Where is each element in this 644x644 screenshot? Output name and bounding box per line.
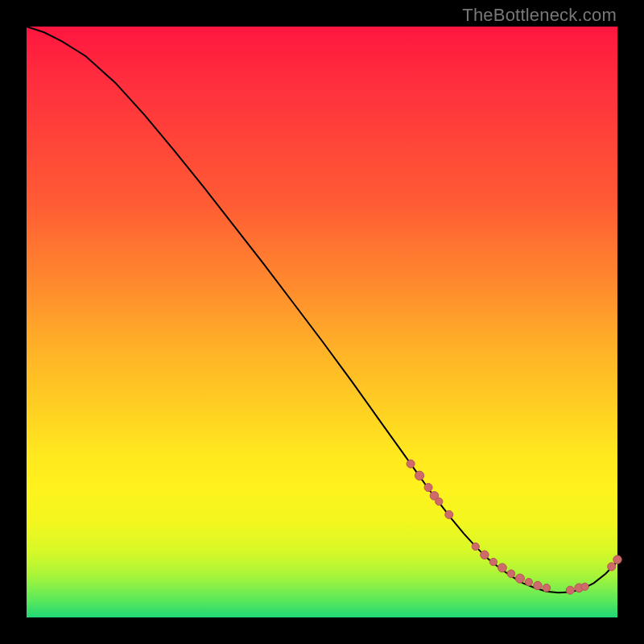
bottleneck-curve-line bbox=[27, 27, 617, 592]
curve-marker bbox=[525, 578, 532, 585]
curve-marker bbox=[507, 570, 515, 578]
curve-marker bbox=[543, 584, 551, 592]
curve-marker bbox=[498, 564, 507, 572]
curve-marker bbox=[613, 555, 621, 564]
curve-marker bbox=[515, 574, 524, 583]
curve-marker bbox=[489, 558, 497, 565]
chart-stage: TheBottleneck.com bbox=[0, 0, 644, 644]
curve-marker bbox=[481, 551, 489, 559]
curve-marker bbox=[472, 543, 479, 550]
curve-marker bbox=[566, 586, 574, 594]
curve-marker bbox=[436, 498, 443, 506]
curve-marker bbox=[407, 460, 415, 468]
curve-marker bbox=[445, 510, 453, 518]
curve-marker bbox=[608, 563, 616, 571]
watermark-label: TheBottleneck.com bbox=[462, 5, 617, 26]
chart-overlay bbox=[27, 27, 617, 617]
curve-marker bbox=[424, 484, 432, 492]
curve-marker bbox=[581, 583, 588, 590]
curve-marker bbox=[415, 471, 424, 480]
marker-group bbox=[407, 460, 621, 594]
curve-marker bbox=[534, 581, 542, 589]
